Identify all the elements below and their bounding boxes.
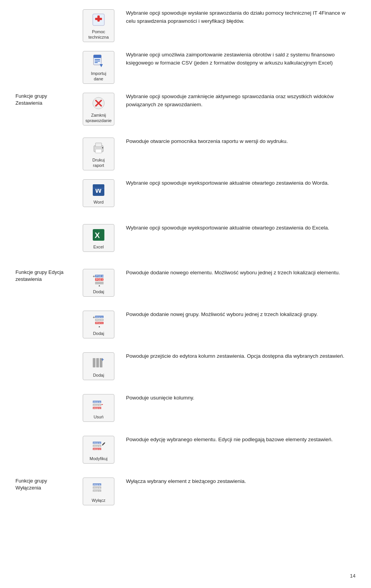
left-label-excel [15,223,77,224]
icon-label-dodaj-kolumny: Dodaj [93,372,104,378]
icon-pomoc-techniczna[interactable]: Pomoc techniczna [83,9,114,42]
row-word: W WordWybranie opcji spowoduje wyeksport… [15,178,356,212]
icon-label-excel: Excel [94,244,104,250]
svg-text:POZ B: POZ B [94,487,100,489]
icon-label-usun: Usuń [94,414,104,420]
icon-col-wylacz: POZ A POZ B POZ C Wyłącz [77,476,120,505]
left-label-modyfikuj [15,434,77,436]
svg-rect-28 [95,282,104,284]
icon-col-pomoc-techniczna: Pomoc techniczna [77,8,120,42]
desc-wylacz: Wyłącza wybrany element z bieżącego zest… [120,476,356,486]
icon-graphic-modyfikuj: POZ A POZ B POZ C [91,439,106,454]
svg-text:X: X [95,231,100,240]
svg-text:+: + [93,274,95,279]
svg-marker-37 [99,326,100,327]
icon-importuj-dane[interactable]: Importuj dane [83,51,114,84]
icon-label-dodaj-grupe: Dodaj [93,331,104,336]
desc-pomoc-techniczna: Wybranie opcji spowoduje wysłanie sprawo… [120,8,356,25]
svg-text:POZ C: POZ C [94,448,101,450]
icon-label-zamknij-sprawozdanie: Zamknij sprawozdanie [85,112,112,124]
desc-dodaj-element: Powoduje dodanie nowego elementu. Możliw… [120,267,356,277]
svg-rect-7 [95,62,98,63]
row-dodaj-grupe: + POZ A POZ B POZ C DodajPowoduje dodani… [15,309,356,344]
icon-label-word: Word [94,199,104,205]
icon-graphic-word: W [91,182,106,198]
icon-label-dodaj-element: Dodaj [93,289,104,294]
icon-label-drukuj-raport: Drukuj raport [92,157,105,168]
left-label-importuj-dane [15,49,77,51]
svg-line-55 [102,442,105,445]
icon-graphic-pomoc-techniczna [91,12,106,27]
svg-text:POZ A: POZ A [94,401,100,403]
row-wylacz: Funkcje grupy Wyłączenia POZ A POZ B POZ… [15,476,356,511]
desc-drukuj-raport: Powoduje otwarcie pomocnika tworzenia ra… [120,136,356,146]
svg-text:POZ B: POZ B [96,319,103,321]
left-label-wylacz: Funkcje grupy Wyłączenia [15,476,77,491]
desc-dodaj-grupe: Powoduje dodanie nowej grupy. Możliwość … [120,309,356,319]
left-label-word [15,178,77,179]
icon-usun[interactable]: POZ A POZ B POZ C - Usuń [83,394,114,422]
svg-text:POZ A: POZ A [94,442,100,444]
svg-rect-6 [95,61,100,61]
svg-text:+: + [101,357,104,362]
page: Pomoc technicznaWybranie opcji spowoduje… [0,0,371,588]
left-label-dodaj-element: Funkcje grupy Edycja zestawienia [15,267,77,283]
icon-col-usun: POZ A POZ B POZ C - Usuń [77,393,120,422]
icon-graphic-excel: X [91,227,106,243]
icon-zamknij-sprawozdanie[interactable]: Zamknij sprawozdanie [83,93,114,126]
icon-modyfikuj[interactable]: POZ A POZ B POZ C Modyfikuj [83,436,114,464]
desc-dodaj-kolumny: Powoduje przejście do edytora kolumn zes… [120,351,356,360]
icon-dodaj-element[interactable]: + POZ A POZ C Dodaj [83,269,114,297]
icon-col-dodaj-element: + POZ A POZ C Dodaj [77,267,120,297]
icon-dodaj-kolumny[interactable]: + Dodaj [83,352,114,380]
icon-label-wylacz: Wyłącz [92,498,105,503]
desc-modyfikuj: Powoduje edycję wybranego elementu. Edyc… [120,434,356,444]
icon-excel[interactable]: X Excel [83,224,114,252]
left-label-pomoc-techniczna [15,8,77,9]
svg-text:POZ C: POZ C [96,322,103,324]
row-usun: POZ A POZ B POZ C - UsuńPowoduje usunięc… [15,393,356,427]
icon-drukuj-raport[interactable]: Drukuj raport [83,138,114,170]
icon-graphic-dodaj-grupe: + POZ A POZ B POZ C [91,314,106,329]
svg-text:POZ C: POZ C [94,490,101,492]
row-excel: X ExcelWybranie opcji spowoduje wyekspor… [15,223,356,257]
icon-graphic-wylacz: POZ A POZ B POZ C [91,481,106,496]
desc-usun: Powoduje usunięcie kolumny. [120,393,356,402]
svg-marker-29 [99,285,100,286]
svg-text:POZ C: POZ C [94,407,101,410]
svg-rect-14 [95,149,102,153]
svg-text:POZ A: POZ A [96,275,104,277]
row-zamknij-sprawozdanie: Funkcje grupy Zestawienia Zamknij sprawo… [15,91,356,126]
icon-col-excel: X Excel [77,223,120,252]
svg-text:POZ A: POZ A [96,316,103,318]
icon-graphic-importuj-dane [91,54,106,69]
left-label-zamknij-sprawozdanie: Funkcje grupy Zestawienia [15,91,77,107]
left-label-dodaj-kolumny [15,351,77,352]
icon-label-pomoc-techniczna: Pomoc techniczna [88,29,109,40]
svg-text:POZ C: POZ C [96,278,104,281]
icon-label-importuj-dane: Importuj dane [91,71,106,82]
desc-importuj-dane: Wybranie opcji umożliwia zaimportowanie … [120,49,356,67]
left-label-drukuj-raport [15,136,77,138]
svg-text:-: - [101,401,103,407]
icon-col-dodaj-grupe: + POZ A POZ B POZ C Dodaj [77,309,120,338]
icon-graphic-dodaj-element: + POZ A POZ C [91,272,106,287]
svg-rect-13 [95,143,102,147]
icon-label-modyfikuj: Modyfikuj [90,456,107,461]
svg-text:POZ B: POZ B [94,404,100,406]
row-modyfikuj: POZ A POZ B POZ C ModyfikujPowoduje edyc… [15,434,356,469]
icon-wylacz[interactable]: POZ A POZ B POZ C Wyłącz [83,478,114,505]
svg-text:POZ B: POZ B [94,445,100,447]
icon-word[interactable]: W Word [83,179,114,207]
icon-graphic-drukuj-raport [91,140,106,156]
svg-rect-15 [102,147,103,148]
icon-dodaj-grupe[interactable]: + POZ A POZ B POZ C Dodaj [83,311,114,338]
icon-col-importuj-dane: Importuj dane [77,49,120,84]
svg-text:+: + [93,315,95,319]
svg-rect-38 [93,358,95,367]
page-number: 14 [350,573,356,579]
svg-rect-39 [96,358,99,367]
icon-graphic-dodaj-kolumny: + [91,355,106,371]
svg-rect-4 [94,55,101,58]
svg-rect-2 [95,18,102,20]
